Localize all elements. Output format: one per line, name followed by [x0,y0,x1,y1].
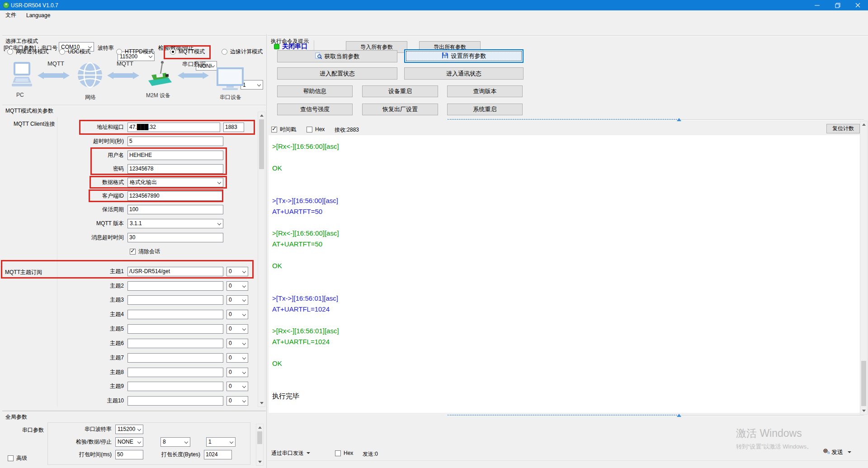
app-window: USR-DR504 V1.0.7 文件 Language [PC串口参数]：串口… [0,0,868,468]
username-input[interactable] [127,151,223,160]
topic4-input[interactable] [127,310,223,319]
msg-timeout-input[interactable] [127,233,223,242]
enter-comm-button[interactable]: 进入通讯状态 [404,67,524,80]
log-line: AT+UARTFT=50 [272,206,856,217]
query-version-button[interactable]: 查询版本 [447,85,523,97]
topic3-input[interactable] [127,295,223,305]
close-button[interactable] [848,0,868,10]
radio-icon [7,49,13,55]
log-line [272,347,856,358]
client-id-input[interactable] [127,191,223,201]
checkbox-icon [271,127,277,132]
get-params-button[interactable]: 获取当前参数 [277,50,397,62]
diagram-pc-label: PC [16,92,24,98]
timeout-input[interactable] [127,137,223,146]
mqtt-panel-scrollbar[interactable] [258,112,265,407]
double-arrow-icon [106,71,140,81]
topic1-input[interactable] [127,267,223,276]
password-input[interactable] [127,164,223,174]
pack-len-input[interactable] [204,450,232,459]
serial-device-monitor-icon [216,67,244,92]
help-info-button[interactable]: 帮助信息 [277,85,353,97]
topic10-input[interactable] [127,396,223,406]
mqtt-port-input[interactable] [223,123,244,132]
device-restart-button[interactable]: 设备重启 [362,85,438,97]
send-button[interactable]: 发送 [823,447,851,457]
topic5-input[interactable] [127,324,223,334]
topic9-input[interactable] [127,382,223,391]
password-label: 密码 [2,165,127,173]
activate-windows-watermark: 激活 Windows 转到“设置”以激活 Windows。 [736,426,812,451]
workmode-section: 选择工作模式 网络透传模式 UDC模式 HTTPD模式 MQTT模式 边缘计算模… [2,35,266,105]
sent-counter: 发送:0 [363,450,378,458]
mqtt-version-select[interactable]: 3.1.1 [127,219,223,228]
global-panel-scrollbar[interactable] [256,424,264,466]
topic6-input[interactable] [127,339,223,348]
recv-hex-checkbox[interactable]: Hex [307,124,325,134]
addr-port-label: 地址和端口 [2,123,127,131]
radio-net-transparent[interactable]: 网络透传模式 [7,47,48,57]
log-upper-slider[interactable] [448,118,864,122]
app-icon [3,2,9,10]
topic2-input[interactable] [127,281,223,291]
diagram-link1-label: MQTT [47,60,64,67]
topic10-qos-select[interactable]: 0 [226,396,248,406]
keepalive-input[interactable] [127,205,223,214]
checkbox-icon [335,450,341,456]
keepalive-label: 保活周期 [2,206,127,213]
command-panel: 执行命令及提示 获取当前参数 设置所有参数 进入配置状态 进入通讯状态 帮助信息… [268,35,868,468]
advanced-checkbox[interactable]: 高级 [8,453,27,463]
topic8-qos-select[interactable]: 0 [226,368,248,377]
watermark-line1: 激活 Windows [736,426,812,440]
save-floppy-icon [442,52,448,60]
clean-session-checkbox[interactable]: 清除会话 [130,246,160,256]
factory-reset-button[interactable]: 恢复出厂设置 [362,104,438,115]
topic2-qos-select[interactable]: 0 [226,281,248,291]
pack-time-input[interactable] [115,450,143,459]
serial-parity-select[interactable]: NONE [115,437,143,447]
topic3-qos-select[interactable]: 0 [226,295,248,305]
radio-udc-mode[interactable]: UDC模式 [59,47,90,57]
double-arrow-icon [37,71,70,81]
topic4-qos-select[interactable]: 0 [226,310,248,319]
minimize-button[interactable] [807,0,827,10]
topic7-input[interactable] [127,353,223,363]
radio-edge-mode[interactable]: 边缘计算模式 [222,47,263,57]
serial-databits-select[interactable]: 8 [160,437,190,447]
radio-mqtt-mode[interactable]: MQTT模式 [170,47,205,57]
radio-icon [170,49,176,55]
serial-toolbar: [PC串口参数]：串口号 COM10 波特率 115200 检验/数据/停止 N… [0,20,868,34]
topic5-qos-select[interactable]: 0 [226,324,248,334]
restore-button[interactable] [827,0,848,10]
data-format-select[interactable]: 格式化输出 [127,178,223,187]
topic-label: 主题1 [2,268,127,275]
menu-item-file[interactable]: 文件 [5,11,16,19]
send-hex-checkbox[interactable]: Hex [335,448,353,458]
mqtt-address-input[interactable] [127,123,220,132]
menu-item-language[interactable]: Language [26,12,50,19]
radio-httpd-mode[interactable]: HTTPD模式 [116,47,154,57]
reset-count-button[interactable]: 复位计数 [826,124,860,133]
log-lower-slider[interactable] [448,414,864,418]
radio-icon [222,49,227,55]
topic8-input[interactable] [127,368,223,377]
topic6-qos-select[interactable]: 0 [226,339,248,348]
m2m-device-icon [146,61,174,89]
set-params-button[interactable]: 设置所有参数 [404,49,524,63]
send-via-serial-dropdown[interactable]: 通过串口发送 [271,448,310,458]
topic-label: 主题3 [2,296,127,304]
log-scrollbar[interactable] [860,121,868,415]
topic9-qos-select[interactable]: 0 [226,382,248,391]
panel-divider [57,117,57,407]
topic7-qos-select[interactable]: 0 [226,353,248,363]
log-line: AT+UARTFL=1024 [272,336,856,347]
log-output-area[interactable]: >[Rx<-][16:56:00][asc] OK >[Tx->][16:56:… [269,135,860,413]
serial-baud-select[interactable]: 115200 [115,425,143,434]
enter-config-button[interactable]: 进入配置状态 [277,67,397,80]
query-signal-button[interactable]: 查信号强度 [277,104,353,115]
topic1-qos-select[interactable]: 0 [226,267,248,276]
system-restart-button[interactable]: 系统重启 [447,104,523,115]
timestamp-checkbox[interactable]: 时间戳 [271,124,296,134]
log-line: >[Rx<-][16:56:00][asc] [272,228,856,239]
serial-stopbits-select[interactable]: 1 [206,437,236,447]
